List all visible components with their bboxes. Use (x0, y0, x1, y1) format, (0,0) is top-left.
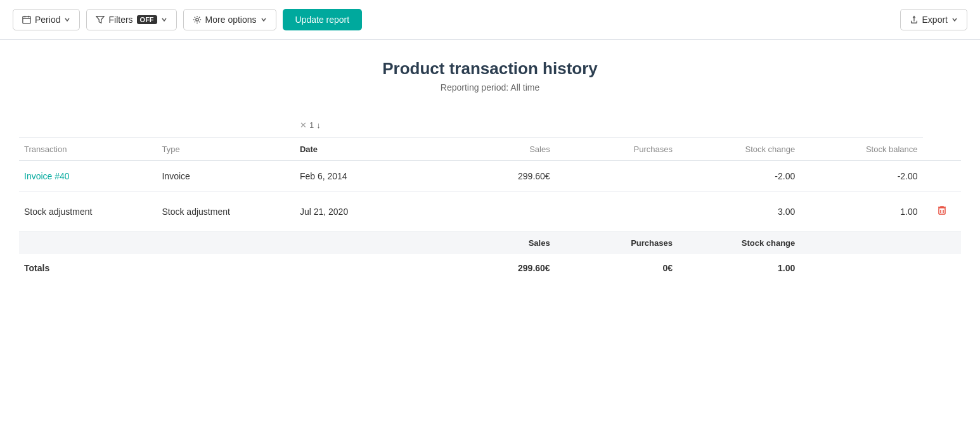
table-row: Invoice #40InvoiceFeb 6, 2014299.60€-2.0… (19, 161, 961, 192)
export-icon (910, 15, 919, 24)
sort-arrow-icon: ↓ (316, 120, 321, 130)
table-row: Stock adjustmentStock adjustmentJul 21, … (19, 192, 961, 232)
export-label: Export (922, 15, 948, 25)
report-subtitle: Reporting period: All time (19, 82, 961, 93)
calendar-icon (22, 15, 31, 24)
sort-x-icon: ✕ (300, 120, 307, 130)
table-body: Invoice #40InvoiceFeb 6, 2014299.60€-2.0… (19, 161, 961, 232)
cell-sales: 299.60€ (432, 161, 555, 192)
col-stock-change: Stock change (678, 138, 800, 161)
gear-icon (193, 15, 202, 24)
cell-purchases (555, 192, 678, 232)
cell-stock-change: 3.00 (678, 192, 800, 232)
toolbar: Period Filters OFF More options Update r… (0, 0, 980, 40)
totals-sales: 299.60€ (432, 254, 555, 282)
sort-spacer-1 (19, 112, 295, 138)
cell-delete (923, 161, 961, 192)
table-column-headers: Transaction Type Date Sales Purchases St… (19, 138, 961, 161)
col-date: Date (295, 138, 432, 161)
data-table: ✕ 1 ↓ Transaction Type Date Sa (19, 112, 961, 282)
delete-button[interactable] (934, 202, 950, 221)
table-footer: Sales Purchases Stock change Totals 299.… (19, 232, 961, 283)
totals-label: Totals (19, 254, 432, 282)
cell-stock-balance: 1.00 (800, 192, 922, 232)
cell-type: Stock adjustment (157, 192, 294, 232)
cell-purchases (555, 161, 678, 192)
col-purchases: Purchases (555, 138, 678, 161)
cell-sales (432, 192, 555, 232)
totals-row: Totals 299.60€ 0€ 1.00 (19, 254, 961, 282)
footer-stock-change-label: Stock change (678, 232, 800, 255)
svg-point-5 (195, 18, 198, 21)
cell-date: Feb 6, 2014 (295, 161, 432, 192)
svg-rect-7 (939, 208, 945, 214)
totals-actions-spacer (923, 254, 961, 282)
footer-spacer (800, 232, 922, 255)
filter-icon (96, 15, 105, 24)
totals-balance-spacer (800, 254, 922, 282)
col-actions (923, 138, 961, 161)
table-header-sort-row: ✕ 1 ↓ (19, 112, 961, 138)
col-type: Type (157, 138, 294, 161)
svg-rect-0 (23, 16, 30, 23)
chevron-down-icon (64, 16, 70, 23)
svg-marker-4 (96, 16, 104, 23)
cell-stock-change: -2.00 (678, 161, 800, 192)
main-content: Product transaction history Reporting pe… (0, 40, 980, 429)
sort-area: ✕ 1 ↓ (300, 118, 427, 135)
chevron-down-icon-export (951, 16, 958, 23)
footer-sales-label: Sales (432, 232, 555, 255)
cell-transaction: Stock adjustment (19, 192, 157, 232)
period-button[interactable]: Period (13, 9, 80, 30)
cell-delete[interactable] (923, 192, 961, 232)
export-button[interactable]: Export (900, 9, 967, 30)
cell-transaction[interactable]: Invoice #40 (19, 161, 157, 192)
totals-purchases: 0€ (555, 254, 678, 282)
more-options-button[interactable]: More options (183, 9, 276, 30)
footer-summary-row: Sales Purchases Stock change (19, 232, 961, 255)
sort-count: 1 (309, 120, 314, 130)
filters-status-badge: OFF (137, 15, 157, 24)
chevron-down-icon-filters (161, 16, 167, 23)
sort-indicator-col: ✕ 1 ↓ (295, 112, 432, 138)
footer-actions-spacer (923, 232, 961, 255)
col-stock-balance: Stock balance (800, 138, 922, 161)
totals-stock-change: 1.00 (678, 254, 800, 282)
sort-spacer-2 (432, 112, 922, 138)
col-transaction: Transaction (19, 138, 157, 161)
cell-type: Invoice (157, 161, 294, 192)
filters-button[interactable]: Filters OFF (86, 9, 176, 30)
footer-empty (19, 232, 432, 255)
chevron-down-icon-more (261, 16, 267, 23)
report-title: Product transaction history (19, 59, 961, 79)
cell-stock-balance: -2.00 (800, 161, 922, 192)
more-options-label: More options (205, 15, 257, 25)
filters-label: Filters (108, 15, 132, 25)
period-label: Period (35, 15, 60, 25)
cell-date: Jul 21, 2020 (295, 192, 432, 232)
col-sales: Sales (432, 138, 555, 161)
update-report-button[interactable]: Update report (283, 9, 363, 30)
footer-purchases-label: Purchases (555, 232, 678, 255)
report-header: Product transaction history Reporting pe… (19, 59, 961, 93)
